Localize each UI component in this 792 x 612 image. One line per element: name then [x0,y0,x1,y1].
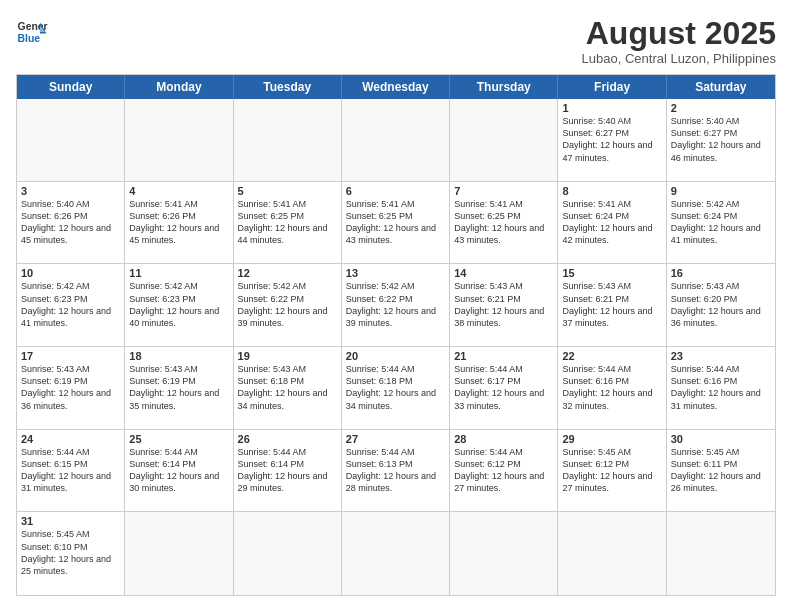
day-info: Sunrise: 5:44 AM Sunset: 6:14 PM Dayligh… [129,446,228,495]
calendar-week-2: 3Sunrise: 5:40 AM Sunset: 6:26 PM Daylig… [17,182,775,265]
day-number: 15 [562,267,661,279]
day-info: Sunrise: 5:44 AM Sunset: 6:18 PM Dayligh… [346,363,445,412]
calendar-week-5: 24Sunrise: 5:44 AM Sunset: 6:15 PM Dayli… [17,430,775,513]
day-number: 24 [21,433,120,445]
day-info: Sunrise: 5:44 AM Sunset: 6:16 PM Dayligh… [562,363,661,412]
month-year-title: August 2025 [582,16,776,51]
day-number: 22 [562,350,661,362]
header: General Blue August 2025 Lubao, Central … [16,16,776,66]
header-day-sunday: Sunday [17,75,125,99]
day-info: Sunrise: 5:44 AM Sunset: 6:12 PM Dayligh… [454,446,553,495]
calendar-day-26: 26Sunrise: 5:44 AM Sunset: 6:14 PM Dayli… [234,430,342,512]
day-info: Sunrise: 5:44 AM Sunset: 6:17 PM Dayligh… [454,363,553,412]
day-number: 23 [671,350,771,362]
calendar-week-3: 10Sunrise: 5:42 AM Sunset: 6:23 PM Dayli… [17,264,775,347]
calendar-day-24: 24Sunrise: 5:44 AM Sunset: 6:15 PM Dayli… [17,430,125,512]
day-number: 11 [129,267,228,279]
day-info: Sunrise: 5:40 AM Sunset: 6:26 PM Dayligh… [21,198,120,247]
calendar-day-empty [17,99,125,181]
day-info: Sunrise: 5:41 AM Sunset: 6:26 PM Dayligh… [129,198,228,247]
day-info: Sunrise: 5:41 AM Sunset: 6:25 PM Dayligh… [454,198,553,247]
calendar-day-empty [342,99,450,181]
calendar-day-9: 9Sunrise: 5:42 AM Sunset: 6:24 PM Daylig… [667,182,775,264]
day-info: Sunrise: 5:40 AM Sunset: 6:27 PM Dayligh… [671,115,771,164]
title-block: August 2025 Lubao, Central Luzon, Philip… [582,16,776,66]
calendar-day-11: 11Sunrise: 5:42 AM Sunset: 6:23 PM Dayli… [125,264,233,346]
header-day-wednesday: Wednesday [342,75,450,99]
calendar-day-20: 20Sunrise: 5:44 AM Sunset: 6:18 PM Dayli… [342,347,450,429]
day-info: Sunrise: 5:43 AM Sunset: 6:21 PM Dayligh… [454,280,553,329]
calendar-day-13: 13Sunrise: 5:42 AM Sunset: 6:22 PM Dayli… [342,264,450,346]
calendar-day-31: 31Sunrise: 5:45 AM Sunset: 6:10 PM Dayli… [17,512,125,595]
header-day-saturday: Saturday [667,75,775,99]
calendar-day-empty [234,99,342,181]
calendar-body: 1Sunrise: 5:40 AM Sunset: 6:27 PM Daylig… [17,99,775,595]
day-info: Sunrise: 5:45 AM Sunset: 6:11 PM Dayligh… [671,446,771,495]
day-info: Sunrise: 5:41 AM Sunset: 6:25 PM Dayligh… [346,198,445,247]
day-number: 3 [21,185,120,197]
day-number: 27 [346,433,445,445]
calendar-day-18: 18Sunrise: 5:43 AM Sunset: 6:19 PM Dayli… [125,347,233,429]
day-number: 12 [238,267,337,279]
day-number: 17 [21,350,120,362]
day-info: Sunrise: 5:41 AM Sunset: 6:24 PM Dayligh… [562,198,661,247]
calendar-day-30: 30Sunrise: 5:45 AM Sunset: 6:11 PM Dayli… [667,430,775,512]
day-info: Sunrise: 5:44 AM Sunset: 6:14 PM Dayligh… [238,446,337,495]
calendar-day-21: 21Sunrise: 5:44 AM Sunset: 6:17 PM Dayli… [450,347,558,429]
calendar-day-22: 22Sunrise: 5:44 AM Sunset: 6:16 PM Dayli… [558,347,666,429]
day-number: 28 [454,433,553,445]
day-number: 25 [129,433,228,445]
day-number: 7 [454,185,553,197]
calendar-day-empty [450,512,558,595]
calendar-day-empty [342,512,450,595]
day-info: Sunrise: 5:45 AM Sunset: 6:12 PM Dayligh… [562,446,661,495]
calendar-day-4: 4Sunrise: 5:41 AM Sunset: 6:26 PM Daylig… [125,182,233,264]
day-info: Sunrise: 5:42 AM Sunset: 6:23 PM Dayligh… [129,280,228,329]
calendar-day-17: 17Sunrise: 5:43 AM Sunset: 6:19 PM Dayli… [17,347,125,429]
day-number: 19 [238,350,337,362]
day-info: Sunrise: 5:44 AM Sunset: 6:16 PM Dayligh… [671,363,771,412]
calendar-day-10: 10Sunrise: 5:42 AM Sunset: 6:23 PM Dayli… [17,264,125,346]
calendar-day-29: 29Sunrise: 5:45 AM Sunset: 6:12 PM Dayli… [558,430,666,512]
day-info: Sunrise: 5:43 AM Sunset: 6:18 PM Dayligh… [238,363,337,412]
day-number: 6 [346,185,445,197]
svg-text:Blue: Blue [18,33,41,44]
calendar-day-6: 6Sunrise: 5:41 AM Sunset: 6:25 PM Daylig… [342,182,450,264]
calendar-day-19: 19Sunrise: 5:43 AM Sunset: 6:18 PM Dayli… [234,347,342,429]
day-number: 4 [129,185,228,197]
calendar-day-27: 27Sunrise: 5:44 AM Sunset: 6:13 PM Dayli… [342,430,450,512]
day-number: 5 [238,185,337,197]
generalblue-logo-icon: General Blue [16,16,48,48]
day-number: 30 [671,433,771,445]
day-number: 2 [671,102,771,114]
day-info: Sunrise: 5:45 AM Sunset: 6:10 PM Dayligh… [21,528,120,577]
location-subtitle: Lubao, Central Luzon, Philippines [582,51,776,66]
day-number: 8 [562,185,661,197]
day-info: Sunrise: 5:44 AM Sunset: 6:13 PM Dayligh… [346,446,445,495]
day-number: 13 [346,267,445,279]
day-number: 29 [562,433,661,445]
calendar-week-4: 17Sunrise: 5:43 AM Sunset: 6:19 PM Dayli… [17,347,775,430]
calendar-day-empty [558,512,666,595]
calendar-day-28: 28Sunrise: 5:44 AM Sunset: 6:12 PM Dayli… [450,430,558,512]
calendar-day-empty [125,512,233,595]
day-info: Sunrise: 5:43 AM Sunset: 6:21 PM Dayligh… [562,280,661,329]
header-day-tuesday: Tuesday [234,75,342,99]
calendar-day-empty [125,99,233,181]
day-number: 1 [562,102,661,114]
calendar-day-23: 23Sunrise: 5:44 AM Sunset: 6:16 PM Dayli… [667,347,775,429]
day-info: Sunrise: 5:42 AM Sunset: 6:23 PM Dayligh… [21,280,120,329]
day-info: Sunrise: 5:43 AM Sunset: 6:19 PM Dayligh… [129,363,228,412]
calendar-day-8: 8Sunrise: 5:41 AM Sunset: 6:24 PM Daylig… [558,182,666,264]
day-info: Sunrise: 5:40 AM Sunset: 6:27 PM Dayligh… [562,115,661,164]
day-number: 10 [21,267,120,279]
calendar: SundayMondayTuesdayWednesdayThursdayFrid… [16,74,776,596]
page: General Blue August 2025 Lubao, Central … [0,0,792,612]
day-info: Sunrise: 5:42 AM Sunset: 6:24 PM Dayligh… [671,198,771,247]
calendar-day-16: 16Sunrise: 5:43 AM Sunset: 6:20 PM Dayli… [667,264,775,346]
day-info: Sunrise: 5:42 AM Sunset: 6:22 PM Dayligh… [346,280,445,329]
calendar-day-5: 5Sunrise: 5:41 AM Sunset: 6:25 PM Daylig… [234,182,342,264]
calendar-day-12: 12Sunrise: 5:42 AM Sunset: 6:22 PM Dayli… [234,264,342,346]
calendar-day-empty [234,512,342,595]
day-info: Sunrise: 5:42 AM Sunset: 6:22 PM Dayligh… [238,280,337,329]
